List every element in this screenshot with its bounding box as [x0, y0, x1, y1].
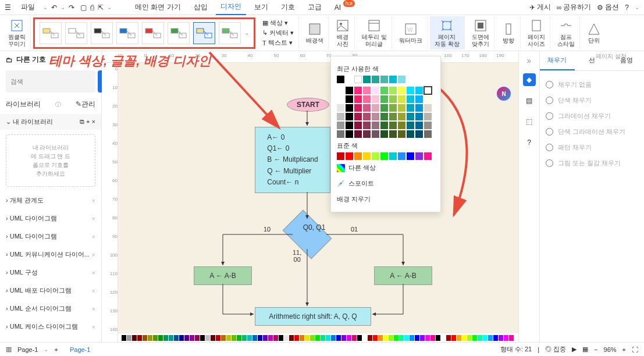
oneclick-decorate[interactable]: 원클릭 꾸미기: [3, 16, 31, 49]
close-icon[interactable]: ×: [92, 118, 95, 125]
share-button[interactable]: ∞ 공유하기: [557, 2, 592, 12]
color-swatch[interactable]: [363, 122, 371, 129]
lib-item[interactable]: › UML 배포 다이어그램×: [0, 282, 101, 300]
lib-item[interactable]: › UML 순서 다이어그램×: [0, 300, 101, 318]
color-swatch[interactable]: [389, 122, 397, 129]
color-swatch[interactable]: [372, 113, 379, 120]
page-tool-icon[interactable]: ▤: [523, 94, 536, 107]
redo-icon[interactable]: ↷: [69, 3, 74, 12]
color-swatch[interactable]: [363, 95, 371, 103]
color-swatch[interactable]: [337, 76, 344, 83]
lib-item[interactable]: › UML 구성×: [0, 264, 101, 282]
color-swatch[interactable]: [415, 87, 423, 94]
right-op-node[interactable]: A ← A-B: [374, 266, 432, 285]
color-swatch[interactable]: [354, 95, 362, 103]
theme-7-selected[interactable]: [193, 22, 215, 44]
decision-node[interactable]: Q0, Q1: [287, 220, 328, 249]
color-swatch[interactable]: [389, 87, 397, 94]
shift-node[interactable]: Arithmetic right shift: A, Q, Q: [255, 307, 371, 326]
color-swatch[interactable]: [372, 76, 379, 83]
app-menu-icon[interactable]: ☰: [5, 3, 13, 12]
options-button[interactable]: ⚙ 옵션: [597, 2, 619, 12]
color-swatch[interactable]: [380, 76, 388, 83]
pages-icon[interactable]: ▥: [6, 346, 12, 353]
color-swatch[interactable]: [424, 95, 432, 103]
grid-icon[interactable]: ▦: [582, 346, 588, 353]
color-swatch[interactable]: [363, 76, 371, 83]
color-swatch[interactable]: [354, 130, 362, 138]
color-swatch[interactable]: [415, 122, 423, 129]
undo-icon[interactable]: ↶: [51, 3, 57, 12]
menu-file[interactable]: 파일: [16, 0, 40, 15]
color-swatch[interactable]: [380, 130, 388, 138]
color-swatch[interactable]: [346, 87, 353, 94]
color-swatch[interactable]: [372, 95, 379, 103]
menu-advanced[interactable]: 고급: [303, 0, 326, 15]
color-swatch[interactable]: [346, 104, 353, 112]
color-swatch[interactable]: [424, 113, 432, 120]
fill-tool-icon[interactable]: ◆: [523, 73, 536, 86]
fill-solid[interactable]: 단색 채우기: [546, 92, 638, 108]
menu-insert[interactable]: 삽입: [189, 0, 212, 15]
color-swatch[interactable]: [346, 152, 353, 160]
color-swatch[interactable]: [398, 130, 405, 138]
color-swatch[interactable]: [346, 113, 353, 120]
unit-button[interactable]: 단위: [582, 16, 606, 49]
color-swatch[interactable]: [346, 95, 353, 103]
copy-icon[interactable]: ⧉: [80, 118, 84, 125]
lib-item[interactable]: › UML 커뮤니케이션 다이어...×: [0, 245, 101, 264]
library-drop-zone[interactable]: 내 라이브러리 에 드래그 앤 드 롭으로 기호를 추가하세요: [6, 134, 95, 187]
search-input[interactable]: [6, 70, 95, 92]
theme-5[interactable]: [142, 22, 164, 44]
manage-link[interactable]: ✎관리: [76, 99, 95, 109]
color-swatch[interactable]: [380, 113, 388, 120]
color-swatch[interactable]: [346, 130, 353, 138]
file-chevron[interactable]: ⌄: [43, 4, 48, 10]
lib-item[interactable]: › UML 케이스 다이어그램×: [0, 318, 101, 336]
color-swatch[interactable]: [346, 122, 353, 129]
lib-item[interactable]: › UML 다이어그램×: [0, 209, 101, 227]
theme-text-opt[interactable]: T 텍스트▾: [262, 38, 294, 47]
layer-tool-icon[interactable]: ⬚: [523, 115, 536, 128]
export-icon[interactable]: ⇱: [98, 3, 104, 12]
clear-bg-button[interactable]: 배경 지우기: [337, 191, 435, 207]
color-swatch[interactable]: [337, 152, 344, 160]
color-swatch[interactable]: [398, 95, 405, 103]
color-swatch[interactable]: [380, 87, 388, 94]
color-swatch[interactable]: [424, 87, 432, 94]
fill-none[interactable]: 채우기 없음: [546, 77, 638, 92]
color-swatch[interactable]: [415, 113, 423, 120]
color-swatch[interactable]: [354, 76, 362, 83]
color-swatch[interactable]: [389, 76, 397, 83]
color-swatch[interactable]: [407, 152, 414, 160]
color-swatch[interactable]: [372, 130, 379, 138]
color-swatch[interactable]: [415, 130, 423, 138]
lib-item[interactable]: › 개체 관계도×: [0, 191, 101, 209]
menu-symbol[interactable]: 기호: [276, 0, 300, 15]
my-library-section[interactable]: ⌄ 내 라이브러리 ⧉ + ×: [0, 114, 101, 130]
start-node[interactable]: START: [287, 98, 329, 112]
theme-4[interactable]: [116, 22, 138, 44]
color-swatch[interactable]: [407, 104, 414, 112]
color-swatch[interactable]: [346, 76, 353, 83]
color-swatch[interactable]: [354, 87, 362, 94]
fill-gradient[interactable]: 그라데이션 채우기: [546, 108, 638, 124]
color-swatch[interactable]: [337, 113, 344, 120]
color-swatch[interactable]: [337, 87, 344, 94]
publish-button[interactable]: ✈ 게시: [529, 2, 551, 12]
color-swatch[interactable]: [407, 113, 414, 120]
add-icon[interactable]: +: [86, 118, 90, 125]
color-swatch[interactable]: [398, 104, 405, 112]
color-swatch[interactable]: [363, 130, 371, 138]
color-swatch[interactable]: [380, 152, 388, 160]
help-tool-icon[interactable]: ?: [523, 136, 536, 149]
auto-expand-button[interactable]: 페이지 자동 확장: [430, 16, 465, 49]
color-swatch[interactable]: [424, 104, 432, 112]
color-swatch[interactable]: [380, 122, 388, 129]
color-swatch[interactable]: [398, 76, 405, 83]
theme-color-opt[interactable]: ▦ 색상▾: [262, 19, 294, 27]
expand-right-icon[interactable]: »: [527, 56, 532, 65]
color-swatch[interactable]: [398, 122, 405, 129]
color-quick-strip[interactable]: [118, 333, 518, 342]
color-swatch[interactable]: [407, 87, 414, 94]
